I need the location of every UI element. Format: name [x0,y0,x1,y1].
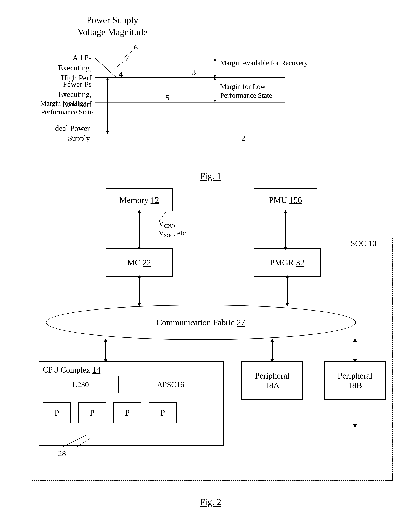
svg-text:7: 7 [125,54,129,62]
memory-block: Memory 12 [106,188,173,211]
apsc-block: APSC 16 [131,376,210,393]
memory-label: Memory 12 [119,195,159,205]
soc-label: SOC 10 [350,239,376,248]
y-label-fewerps: Fewer PsExecuting,Low Perf [21,79,92,110]
fig1-section: Power Supply Voltage Magnitude [21,14,400,181]
svg-text:Margin Available for Recovery: Margin Available for Recovery [220,59,308,67]
pmu-block: PMU 156 [254,188,317,211]
pmgr-label: PMGR 32 [270,258,305,267]
svg-text:6: 6 [134,43,138,52]
svg-text:5: 5 [166,94,169,102]
svg-text:Margin for Low: Margin for Low [220,83,265,90]
peripheral-b-block: Peripheral 18B [324,361,386,400]
peripheral-a-label: Peripheral 18A [255,371,289,390]
voltage-labels: VCPU, VSOC, etc. [158,219,188,238]
fig1-caption: Fig. 1 [21,171,400,181]
page: Power Supply Voltage Magnitude [0,0,420,524]
pmgr-block: PMGR 32 [254,248,321,277]
comm-fabric-label: Communication Fabric 27 [157,318,245,327]
y-label-allps: All PsExecuting,High Perf [21,53,92,83]
fig2-section: Memory 12 PMU 156 VCPU, VSOC, etc. SOC 1… [21,185,400,511]
pmu-label: PMU 156 [269,195,302,205]
fig1-chart: 6 7 4 3 5 2 [21,42,400,166]
svg-text:2: 2 [241,134,245,143]
fig1-title-line2: Voltage Magnitude [78,27,147,37]
p1-block: P [43,402,71,423]
l2-block: L2 30 [43,376,119,393]
peripheral-a-block: Peripheral 18A [241,361,303,400]
comm-fabric-block: Communication Fabric 27 [46,305,356,340]
fig1-title-line1: Power Supply [87,15,138,25]
svg-text:4: 4 [119,70,123,78]
p3-block: P [113,402,141,423]
svg-line-7 [95,58,116,78]
y-label-ideal: Ideal PowerSupply [21,123,90,143]
cpu-complex-label: CPU Complex 14 [43,365,100,375]
fig2-caption: Fig. 2 [21,497,400,507]
mc-label: MC 22 [127,258,151,267]
peripheral-b-label: Peripheral 18B [338,371,372,390]
svg-text:3: 3 [192,68,196,77]
svg-text:Performance State: Performance State [220,91,272,99]
p4-block: P [149,402,177,423]
svg-line-6 [114,62,123,69]
mc-block: MC 22 [106,248,173,277]
p2-block: P [78,402,106,423]
cpu-complex-block: CPU Complex 14 L2 30 APSC 16 P P P P [39,361,224,446]
fig1-title: Power Supply Voltage Magnitude [78,14,147,38]
